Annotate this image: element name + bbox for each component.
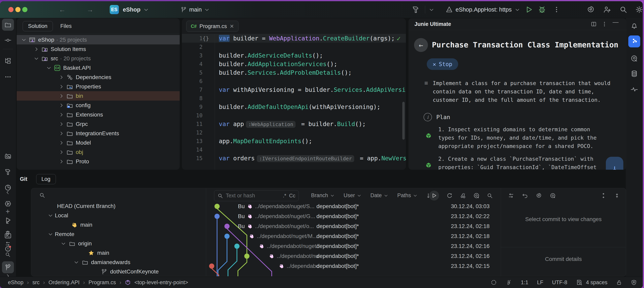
chevron-right-icon[interactable] [58, 159, 66, 164]
match-case-toggle[interactable]: Cc [289, 193, 295, 199]
more-options-icon[interactable] [602, 21, 608, 27]
tree-item-bin[interactable]: bin [17, 91, 180, 101]
refresh-icon[interactable] [446, 192, 452, 199]
branch-item-head-current-branch-[interactable]: HEAD (Current Branch) [31, 201, 206, 211]
tree-item-properties[interactable]: Properties [17, 82, 180, 91]
editor-tab-program-cs[interactable]: C# Program.cs ✕ [186, 21, 238, 32]
chevron-right-icon[interactable] [58, 131, 66, 136]
more-toolwindows-button[interactable] [2, 71, 14, 83]
branch-item-local[interactable]: Local [31, 211, 206, 220]
line-number[interactable]: 11 [182, 120, 205, 128]
more-actions-icon[interactable] [553, 6, 560, 13]
branch-item-main[interactable]: main [31, 248, 206, 257]
line-number[interactable]: 2 [182, 43, 205, 51]
line-number[interactable]: 1{} [182, 34, 205, 43]
preview-diff-icon[interactable] [473, 192, 480, 199]
commit-search-field[interactable]: Text or hash .* Cc [214, 190, 299, 201]
tab-solution[interactable]: Solution [23, 21, 53, 31]
commit-row[interactable]: ../dependabot/nudependabot[bot]*23.12.24… [206, 251, 501, 261]
chevron-down-icon[interactable] [32, 56, 40, 61]
junie-toolwindow-button[interactable] [628, 36, 640, 47]
project-widget[interactable]: eShop [123, 1, 140, 18]
junie-stop-button[interactable]: ✕ Stop [427, 58, 458, 70]
settings-gear-icon[interactable] [635, 6, 643, 14]
run-configuration[interactable]: eShop.AppHost: https [456, 1, 512, 18]
junie-back-button[interactable]: ← [414, 38, 428, 52]
hide-panel-icon[interactable]: — [612, 19, 618, 26]
project-toolwindow-button[interactable] [2, 19, 14, 31]
code-editor[interactable]: 1{}23456789101112131415 var builder = We… [182, 34, 406, 170]
filter-branch[interactable]: Branch [311, 192, 334, 199]
delete-icon[interactable] [5, 230, 10, 236]
structure-toolwindow-button[interactable] [2, 55, 14, 67]
chevron-right-icon[interactable] [58, 75, 66, 80]
ai-explain-icon[interactable] [536, 193, 542, 199]
ai-assistant-icon[interactable] [587, 6, 595, 14]
commit-row[interactable]: ../dependabot/nuget/M...dependabot[bot]*… [206, 231, 501, 241]
profiler-pulse-toolwindow-button[interactable] [628, 83, 640, 95]
tree-item-integrationevents[interactable]: IntegrationEvents [17, 129, 180, 138]
commit-row[interactable]: Bu../dependabot/nuget/o...dependabot[bot… [206, 221, 501, 231]
file-encoding[interactable]: UTF-8 [552, 279, 567, 285]
code-with-me-icon[interactable] [603, 6, 610, 14]
chevron-right-icon[interactable] [58, 150, 66, 155]
close-window-button[interactable] [8, 7, 14, 12]
preview-diff-icon[interactable] [550, 193, 556, 199]
chevron-down-icon[interactable] [45, 65, 53, 71]
branch-item-remote[interactable]: Remote [31, 229, 206, 239]
profiler-toolwindow-button[interactable] [2, 150, 14, 162]
line-number[interactable]: 13 [182, 137, 205, 146]
chevron-down-icon[interactable] [515, 7, 520, 12]
branch-item-dotnetconfkeynote[interactable]: dotNetConfKeynote [31, 267, 206, 276]
tree-item-solution-items[interactable]: Solution Items [17, 44, 180, 54]
commit-list[interactable]: Bu../dependabot/nuget/S...dependabot[bot… [206, 201, 501, 276]
tree-item-grpc[interactable]: Grpc [17, 119, 180, 129]
ai-chat-toolwindow-button[interactable] [628, 52, 640, 64]
breadcrumb-item[interactable]: src [32, 279, 40, 285]
tree-item-src[interactable]: src· 20 projects [17, 54, 180, 63]
pull-arrow-icon[interactable] [5, 219, 10, 225]
swap-arrows-icon[interactable] [508, 193, 514, 199]
chevron-right-icon[interactable] [58, 140, 66, 146]
line-number[interactable]: 9 [182, 103, 205, 111]
branch-item-damianedwards[interactable]: damianedwards [31, 257, 206, 267]
go-to-hash-icon[interactable] [429, 191, 439, 201]
breadcrumb-item[interactable]: <top-level-entry-point> [134, 279, 188, 285]
add-icon[interactable]: + [6, 207, 10, 216]
fold-brace-icon[interactable]: {} [202, 34, 209, 43]
tree-item-proto[interactable]: Proto [17, 157, 180, 166]
editor-scrollbar[interactable] [402, 102, 405, 140]
shield-icon[interactable] [631, 279, 637, 285]
inspections-ok-icon[interactable]: ✓ [397, 35, 401, 42]
notifications-bell-icon[interactable] [628, 20, 640, 32]
filter-date[interactable]: Date [370, 192, 388, 199]
run-button[interactable] [525, 5, 533, 14]
compare-icon[interactable] [5, 263, 10, 268]
line-number[interactable]: 15 [182, 154, 205, 163]
chevron-right-icon[interactable] [58, 93, 66, 99]
minimize-window-button[interactable] [15, 7, 20, 12]
commit-toolwindow-button[interactable] [2, 34, 14, 46]
line-number[interactable]: 4 [182, 60, 205, 68]
lock-icon[interactable] [616, 279, 622, 285]
chevron-down-icon[interactable] [46, 213, 55, 218]
line-number[interactable]: 3 [182, 51, 205, 60]
branch-search-icon[interactable] [39, 192, 45, 198]
line-number[interactable]: 8 [182, 94, 205, 103]
forward-icon[interactable]: → [87, 1, 94, 18]
filter-paths[interactable]: Paths [397, 192, 418, 199]
close-tab-icon[interactable]: ✕ [230, 23, 234, 30]
maximize-window-button[interactable] [22, 7, 28, 12]
breadcrumbs[interactable]: eShop›src›Ordering.API›Program.cs›<top-l… [8, 279, 188, 285]
back-icon[interactable]: ← [59, 1, 66, 18]
search-everywhere-icon[interactable] [619, 6, 627, 14]
tab-files[interactable]: Files [60, 23, 72, 29]
expand-all-icon[interactable] [600, 193, 606, 199]
line-separator[interactable]: LF [537, 279, 544, 285]
rollback-icon[interactable] [522, 193, 528, 199]
chevron-down-icon[interactable] [72, 260, 81, 265]
highlighting-level-icon[interactable] [506, 279, 512, 285]
line-number[interactable]: 14 [182, 146, 205, 154]
line-number[interactable]: 7 [182, 85, 205, 94]
line-number[interactable]: 6 [182, 77, 205, 85]
